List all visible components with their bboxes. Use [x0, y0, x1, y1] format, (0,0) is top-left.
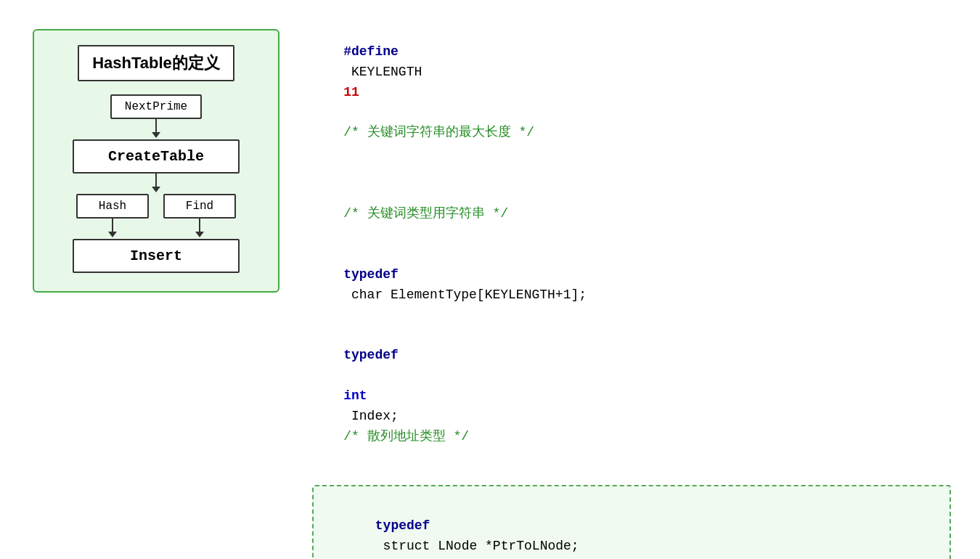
- kw-typedef-int: typedef: [343, 348, 399, 362]
- branch-hash: Hash: [76, 194, 149, 233]
- code-line-typedef-char: typedef char ElementType[KEYLENGTH+1];: [312, 245, 951, 326]
- flowchart-node-find: Find: [163, 194, 236, 219]
- code-line-typedef-int: typedef int Index; /* 散列地址类型 */: [312, 325, 951, 467]
- code-line-define: #define KEYLENGTH 11 /* 关键词字符串的最大长度 */: [312, 22, 951, 163]
- flowchart-node-insert: Insert: [73, 239, 240, 273]
- code-panel: #define KEYLENGTH 11 /* 关键词字符串的最大长度 */ /…: [298, 15, 965, 559]
- branch-find: Find: [163, 194, 236, 233]
- spacer1: [312, 468, 951, 475]
- kw-int-index: int: [343, 388, 367, 403]
- indent-spaces: [343, 186, 531, 200]
- flowchart-row-hash-find: Hash Find: [76, 194, 236, 233]
- define-val: 11: [343, 85, 359, 99]
- code-line-comment2: /* 关键词类型用字符串 */: [312, 163, 951, 245]
- code-typedef-lnode: typedef struct LNode *PtrToLNode;: [328, 497, 935, 559]
- typedef-lnode-rest: struct LNode *PtrToLNode;: [375, 539, 579, 553]
- typedef-char-rest: char ElementType[KEYLENGTH+1];: [343, 287, 587, 302]
- arrow-hash: [112, 219, 113, 233]
- arrow-1: [155, 119, 157, 134]
- arrow-find: [199, 219, 200, 233]
- flowchart-node-hash: Hash: [76, 194, 149, 219]
- flowchart-node-nextprime: NextPrime: [110, 94, 202, 119]
- kw-typedef-char: typedef: [343, 267, 399, 282]
- arrow-2: [155, 174, 157, 188]
- kw-define: #define: [343, 44, 399, 59]
- index-comment: /* 散列地址类型 */: [343, 429, 469, 444]
- kw-typedef-lnode: typedef: [375, 518, 430, 533]
- define-space: [343, 105, 351, 120]
- define-comment: /* 关键词字符串的最大长度 */: [343, 125, 534, 139]
- typedef-index: Index;: [343, 409, 430, 423]
- define-key: KEYLENGTH: [343, 65, 430, 79]
- flowchart-node-createtable: CreateTable: [73, 139, 240, 174]
- flowchart-title: HashTable的定义: [78, 45, 234, 81]
- struct-lnode-block: typedef struct LNode *PtrToLNode; struct…: [312, 485, 951, 559]
- typedef-int-space: [343, 368, 351, 383]
- flowchart-box: HashTable的定义 NextPrime CreateTable Hash …: [33, 29, 279, 293]
- comment2: /* 关键词类型用字符串 */: [343, 206, 508, 221]
- flowchart-panel: HashTable的定义 NextPrime CreateTable Hash …: [15, 15, 298, 559]
